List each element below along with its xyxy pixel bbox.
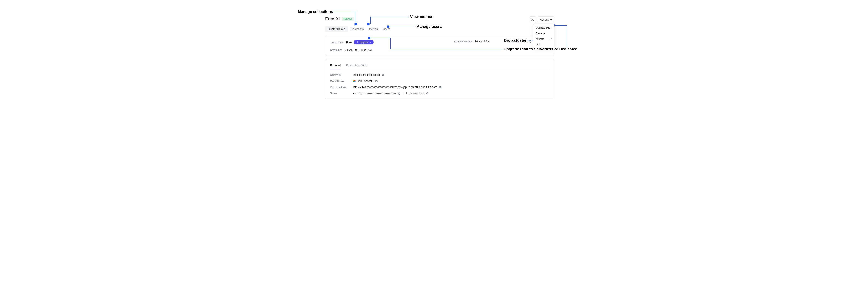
- main-tabs: Cluster Details Collections Metrics User…: [325, 26, 554, 32]
- token-masked-value: ••••••••••••••••••••••••••••: [365, 92, 396, 95]
- svg-rect-7: [382, 74, 384, 75]
- tab-collections[interactable]: Collections: [348, 26, 366, 32]
- tab-metrics[interactable]: Metrics: [367, 26, 380, 32]
- token-userpass-label: User:Password: [406, 92, 424, 95]
- terminal-button[interactable]: [530, 17, 536, 23]
- external-link-icon[interactable]: [426, 92, 428, 94]
- cluster-header: Free-01 Running Actions: [325, 17, 554, 21]
- svg-rect-11: [439, 86, 441, 88]
- external-link-icon: [550, 38, 552, 40]
- token-divider: |: [402, 92, 404, 95]
- cluster-id-label: Cluster ID: [330, 73, 353, 76]
- cloud-region-value: gcp-us-west1: [358, 80, 373, 83]
- connect-card: Connect Connection Guide Cluster ID inxx…: [325, 59, 554, 99]
- cloud-region-label: Cloud Region: [330, 80, 353, 83]
- copy-icon[interactable]: [375, 80, 378, 82]
- compatible-label: Compatible With: [454, 40, 472, 43]
- actions-dropdown: Upgrade Plan Rename Migrate: [533, 24, 554, 48]
- sparkle-icon: [356, 41, 359, 43]
- svg-rect-13: [398, 92, 400, 94]
- actions-button-label: Actions: [540, 18, 549, 21]
- terminal-icon: [531, 19, 534, 21]
- compatible-value: Milvus 2.4.x: [475, 40, 489, 43]
- public-endpoint-value: https:// inxx-xxxxxxxxxxxxxxxx.serverles…: [353, 86, 437, 89]
- sub-tab-guide[interactable]: Connection Guide: [346, 64, 367, 69]
- sub-tab-connect[interactable]: Connect: [330, 64, 341, 69]
- status-badge: Running: [342, 17, 354, 21]
- copy-icon[interactable]: [398, 92, 400, 94]
- svg-rect-6: [382, 74, 384, 76]
- menu-upgrade-plan-label: Upgrade Plan: [536, 26, 551, 29]
- plan-info-card: Cluster Plan Free Upgrade Compatible Wit…: [325, 35, 554, 56]
- tab-cluster-details[interactable]: Cluster Details: [325, 26, 348, 32]
- cluster-plan-value: Free: [346, 41, 352, 44]
- token-label: Token: [330, 92, 353, 95]
- svg-rect-8: [376, 81, 377, 82]
- svg-rect-10: [439, 87, 441, 88]
- created-at-value: Oct 21, 2024 11:08 AM: [344, 48, 372, 51]
- menu-rename-label: Rename: [536, 32, 545, 35]
- created-at-label: Created At: [330, 49, 342, 51]
- connect-sub-tabs: Connect Connection Guide: [330, 64, 550, 69]
- menu-rename[interactable]: Rename: [533, 31, 554, 36]
- upgrade-button-label: Upgrade: [360, 41, 368, 43]
- gcp-icon: [353, 80, 355, 82]
- menu-migrate[interactable]: Migrate: [533, 36, 554, 42]
- tab-users[interactable]: Users: [380, 26, 393, 32]
- cluster-plan-label: Cluster Plan: [330, 41, 344, 44]
- token-api-key-label: API Key: [353, 92, 363, 95]
- annot-manage-collections: Manage collections: [298, 9, 333, 14]
- cluster-id-value: inxx-xxxxxxxxxxxxxxxx: [353, 73, 380, 76]
- svg-rect-9: [375, 80, 377, 82]
- copy-icon[interactable]: [382, 74, 384, 76]
- menu-drop[interactable]: Drop: [533, 42, 554, 47]
- copy-icon[interactable]: [439, 86, 441, 88]
- menu-drop-label: Drop: [536, 43, 541, 46]
- upgrade-button[interactable]: Upgrade: [354, 40, 374, 44]
- menu-upgrade-plan[interactable]: Upgrade Plan: [533, 25, 554, 31]
- chevron-down-icon: [370, 42, 371, 43]
- actions-button[interactable]: Actions: [537, 17, 554, 23]
- chevron-down-icon: [550, 19, 552, 20]
- cluster-name: Free-01: [325, 17, 340, 21]
- svg-rect-12: [399, 93, 400, 94]
- menu-migrate-label: Migrate: [536, 37, 544, 40]
- created-by-label: Created By: [508, 40, 521, 43]
- public-endpoint-label: Public Endpoint: [330, 86, 353, 89]
